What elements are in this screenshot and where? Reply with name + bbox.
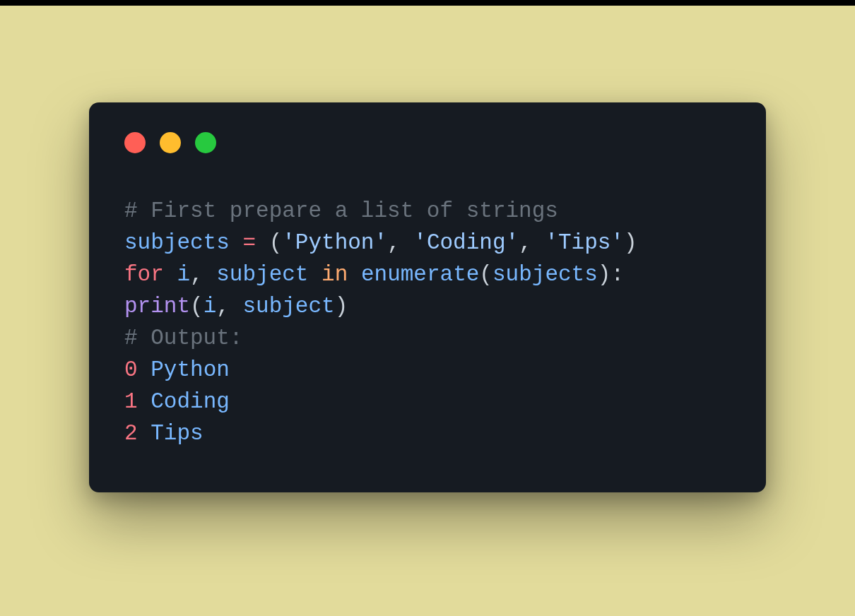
code-punct: ): [598, 262, 611, 287]
code-keyword: for: [124, 262, 164, 287]
zoom-icon[interactable]: [195, 132, 216, 153]
output-text: Coding: [151, 389, 230, 414]
code-call: enumerate: [361, 262, 479, 287]
code-punct: :: [611, 262, 624, 287]
code-punct: ,: [387, 230, 413, 255]
code-string: 'Coding': [413, 230, 519, 255]
output-number: 0: [124, 357, 138, 382]
code-identifier: i: [204, 294, 217, 319]
code-string: 'Tips': [545, 230, 624, 255]
output-number: 2: [124, 421, 138, 446]
code-punct: ,: [190, 262, 216, 287]
code-space: [164, 262, 177, 287]
close-icon[interactable]: [124, 132, 146, 153]
code-identifier: subjects: [493, 262, 598, 287]
code-punct: (: [269, 230, 283, 255]
output-number: 1: [124, 389, 138, 414]
code-punct: ): [624, 230, 637, 255]
code-punct: ): [335, 294, 348, 319]
window-traffic-lights: [124, 132, 731, 153]
code-identifier: i: [177, 262, 190, 287]
code-space: [348, 262, 361, 287]
code-comment: # First prepare a list of strings: [124, 199, 558, 223]
code-string: 'Python': [282, 230, 387, 255]
code-call: print: [124, 294, 190, 319]
code-identifier: subject: [242, 294, 334, 319]
code-comment: # Output:: [124, 326, 242, 350]
code-punct: (: [190, 294, 204, 319]
code-identifier: subjects: [124, 230, 230, 255]
minimize-icon[interactable]: [160, 132, 181, 153]
page-top-bar: [0, 0, 855, 6]
code-punct: ,: [216, 294, 242, 319]
code-punct: (: [479, 262, 493, 287]
code-keyword: in: [322, 262, 348, 287]
output-text: Python: [151, 357, 230, 382]
output-text: Tips: [151, 421, 203, 446]
code-window: # First prepare a list of strings subjec…: [89, 102, 766, 492]
code-operator: =: [230, 230, 269, 255]
code-punct: ,: [519, 230, 545, 255]
code-identifier: subject: [216, 262, 308, 287]
code-space: [308, 262, 322, 287]
code-block: # First prepare a list of strings subjec…: [124, 196, 731, 450]
